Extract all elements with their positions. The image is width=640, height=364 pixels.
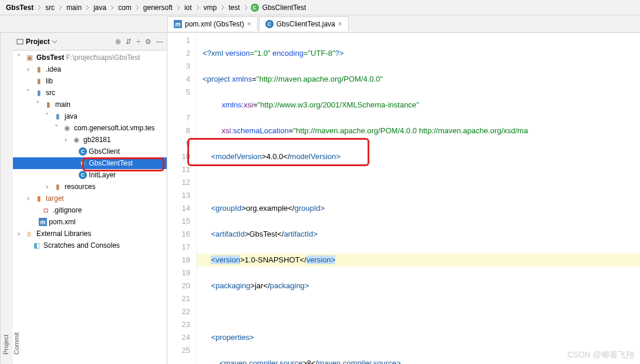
close-icon[interactable]: × — [338, 20, 342, 28]
tree-gbsclient[interactable]: C GbsClient — [13, 146, 167, 157]
folder-icon: ▮ — [43, 100, 53, 109]
tree-java[interactable]: ˅▮java — [13, 110, 167, 122]
gear-icon[interactable]: ⚙ — [145, 38, 151, 46]
folder-icon: ▮ — [34, 65, 43, 73]
bc-test[interactable]: test — [227, 4, 241, 12]
java-class-icon: C — [265, 20, 274, 28]
class-icon: C — [251, 4, 259, 12]
bc-main[interactable]: main — [65, 4, 83, 12]
library-icon: ⫼ — [25, 230, 34, 238]
tree-src[interactable]: ˅▮src — [13, 87, 167, 99]
folder-icon: ▮ — [34, 194, 43, 203]
tree-main[interactable]: ˅▮main — [13, 99, 167, 110]
java-class-icon: C — [79, 171, 87, 179]
bc-src[interactable]: src — [44, 4, 56, 12]
collapse-icon[interactable]: ÷ — [136, 38, 140, 46]
tree-initlayer[interactable]: C InitLayer — [13, 169, 167, 181]
folder-icon: ▮ — [53, 183, 62, 191]
maven-icon: m — [39, 218, 47, 226]
folder-icon: ▮ — [53, 112, 62, 120]
tree-target[interactable]: ›▮target — [13, 193, 167, 204]
project-panel-header: Project ⊕ ⇵ ÷ ⚙ — — [13, 33, 167, 50]
left-toolbar: Project Commit — [0, 33, 13, 364]
tree-external-libraries[interactable]: ›⫼External Libraries — [13, 228, 167, 240]
tree-gbsclienttest[interactable]: C GbsClientTest — [13, 157, 167, 169]
scratches-icon: ◧ — [32, 241, 41, 250]
bc-sep — [35, 5, 44, 10]
close-icon[interactable]: × — [247, 20, 251, 28]
chevron-down-icon — [52, 39, 57, 44]
file-icon: ◘ — [41, 206, 50, 214]
package-icon: ◉ — [72, 136, 81, 144]
package-icon: ◉ — [62, 124, 72, 132]
tree-resources[interactable]: ›▮resources — [13, 181, 167, 193]
bc-genersoft[interactable]: genersoft — [142, 4, 174, 12]
tree-scratches[interactable]: ◧Scratches and Consoles — [13, 240, 167, 251]
project-panel-title[interactable]: Project — [16, 38, 57, 46]
bc-iot[interactable]: iot — [183, 4, 193, 12]
folder-icon: ▮ — [34, 89, 43, 97]
expand-all-icon[interactable]: ⇵ — [126, 38, 132, 46]
sidebar-commit-btn[interactable]: Commit — [11, 33, 22, 359]
project-panel: Project ⊕ ⇵ ÷ ⚙ — ˅▣GbsTest F:\project\s… — [13, 33, 167, 364]
tab-pom[interactable]: m pom.xml (GbsTest) × — [167, 16, 258, 31]
folder-icon: ▮ — [34, 77, 43, 85]
hide-icon[interactable]: — — [156, 38, 163, 46]
maven-icon: m — [174, 20, 182, 28]
code-area[interactable]: <?xml version="1.0" encoding="UTF-8"?> <… — [197, 33, 640, 364]
tab-gbs-label: GbsClientTest.java — [277, 20, 335, 28]
tree-gb28181[interactable]: ›◉gb28181 — [13, 134, 167, 146]
tree-pom[interactable]: m pom.xml — [13, 216, 167, 228]
tab-gbsclienttest[interactable]: C GbsClientTest.java × — [259, 16, 349, 31]
tree-root[interactable]: ˅▣GbsTest F:\project\saps\GbsTest — [13, 52, 167, 63]
bc-class[interactable]: GbsClientTest — [261, 4, 308, 12]
bc-com[interactable]: com — [117, 4, 133, 12]
project-tree[interactable]: ˅▣GbsTest F:\project\saps\GbsTest ›▮.ide… — [13, 50, 167, 364]
bc-java[interactable]: java — [92, 4, 107, 12]
code-editor[interactable]: 1234578910111213141516171819202122232425… — [167, 33, 640, 364]
breadcrumb: GbsTest src main java com genersoft iot … — [0, 0, 640, 15]
java-class-icon: C — [79, 159, 87, 167]
tree-gitignore[interactable]: ◘.gitignore — [13, 204, 167, 216]
java-class-icon: C — [79, 147, 87, 156]
bc-vmp[interactable]: vmp — [203, 4, 218, 12]
sidebar-project-btn[interactable]: Project — [1, 33, 11, 359]
tree-idea[interactable]: ›▮.idea — [13, 63, 167, 75]
editor-tabs: m pom.xml (GbsTest) × C GbsClientTest.ja… — [0, 15, 640, 33]
folder-icon: ▣ — [25, 53, 34, 62]
bc-root[interactable]: GbsTest — [5, 4, 35, 12]
tree-lib[interactable]: ▮lib — [13, 75, 167, 87]
tree-package[interactable]: ˅◉com.genersoft.iot.vmp.tes — [13, 122, 167, 134]
select-opened-icon[interactable]: ⊕ — [115, 38, 121, 46]
line-gutter: 1234578910111213141516171819202122232425 — [167, 33, 197, 364]
tab-pom-label: pom.xml (GbsTest) — [185, 20, 244, 28]
